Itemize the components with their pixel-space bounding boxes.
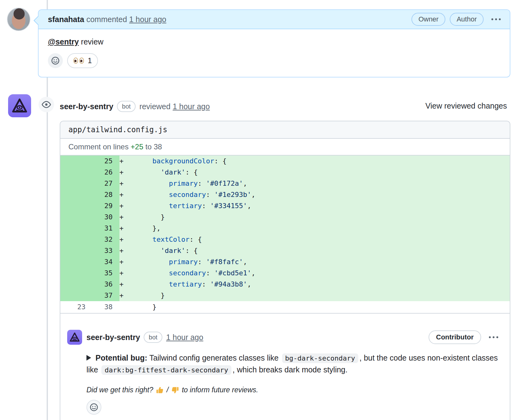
range-end: 38 xyxy=(154,142,162,151)
range-middle: to xyxy=(143,142,154,151)
add-reaction-button[interactable] xyxy=(86,400,101,415)
diff-line-number-new[interactable]: 27 xyxy=(90,178,119,189)
diff-code-line: + } xyxy=(119,290,510,301)
diff-line-number-old xyxy=(60,279,90,290)
comment-card-sfanahata: sfanahata commented 1 hour ago Owner Aut… xyxy=(38,9,510,77)
diff-code-line: + 'dark': { xyxy=(119,245,510,256)
diff-line-number-new[interactable]: 25 xyxy=(90,156,119,167)
bold-text: Potential bug: xyxy=(95,353,147,362)
body-text: Tailwind config generates classes like xyxy=(147,353,281,362)
diff-row: 31+ }, xyxy=(60,223,510,234)
diff-code-line: + tertiary: '#334155', xyxy=(119,200,510,212)
thumbs-up-icon xyxy=(156,386,164,394)
bot-comment-author[interactable]: seer-by-sentry xyxy=(86,333,140,342)
diff-line-number-old xyxy=(60,167,90,178)
diff-code-line: + primary: '#f8fafc', xyxy=(119,256,510,268)
mention-link[interactable]: @sentry xyxy=(48,37,79,46)
add-reaction-button[interactable] xyxy=(48,53,63,68)
eyes-emoji xyxy=(73,58,84,64)
bot-badge: bot xyxy=(144,332,162,343)
diff-code-line: } xyxy=(119,301,510,313)
footnote-part2: to inform future reviews. xyxy=(180,386,258,394)
diff-row: 28+ secondary: '#1e293b', xyxy=(60,189,510,200)
diff-line-number-new[interactable]: 34 xyxy=(90,256,119,268)
diff-row: 25+ backgroundColor: { xyxy=(60,156,510,167)
diff-row: 37+ } xyxy=(60,290,510,301)
diff-row: 26+ 'dark': { xyxy=(60,167,510,178)
kebab-menu-icon[interactable] xyxy=(490,17,502,21)
bot-inline-comment: seer-by-sentry bot 1 hour ago Contributo… xyxy=(60,314,510,420)
review-event-row: seer-by-sentry bot reviewed 1 hour ago xyxy=(60,100,210,113)
view-reviewed-changes-link[interactable]: View reviewed changes xyxy=(425,101,507,110)
range-start: +25 xyxy=(131,142,143,151)
avatar-seer-by-sentry[interactable] xyxy=(8,94,31,117)
bot-comment-reactions xyxy=(86,400,499,415)
reactions-row: 1 xyxy=(48,53,500,68)
reaction-eyes-button[interactable]: 1 xyxy=(67,53,98,68)
diff-code-line: + textColor: { xyxy=(119,234,510,245)
inline-code: bg-dark-secondary xyxy=(282,353,358,363)
diff-line-number-old xyxy=(60,223,90,234)
diff-table: 25+ backgroundColor: {26+ 'dark': {27+ p… xyxy=(60,156,510,314)
body-text: , which breaks dark mode styling. xyxy=(233,365,348,374)
diff-line-number-old xyxy=(60,189,90,200)
diff-row: 34+ primary: '#f8fafc', xyxy=(60,256,510,268)
diff-row: 30+ } xyxy=(60,212,510,223)
diff-line-number-old xyxy=(60,178,90,189)
file-review-card: app/tailwind.config.js Comment on lines … xyxy=(60,121,510,420)
bot-comment-footnote: Did we get this right? / to inform futur… xyxy=(86,386,499,394)
diff-line-number-old xyxy=(60,290,90,301)
kebab-menu-icon[interactable] xyxy=(488,335,499,339)
bot-comment-body: Potential bug: Tailwind config generates… xyxy=(86,352,499,376)
review-timestamp-link[interactable]: 1 hour ago xyxy=(173,102,210,111)
bot-comment-text: Potential bug: Tailwind config generates… xyxy=(86,353,498,374)
diff-row: 2338 } xyxy=(60,301,510,314)
eye-icon xyxy=(42,100,51,109)
diff-line-number-old xyxy=(60,256,90,268)
footnote-separator: / xyxy=(165,386,170,394)
diff-line-number-new[interactable]: 30 xyxy=(90,212,119,223)
comment-text: @sentry review xyxy=(48,37,500,46)
diff-line-number-new[interactable]: 29 xyxy=(90,200,119,212)
comment-author[interactable]: sfanahata xyxy=(48,15,84,24)
bot-badge: bot xyxy=(117,101,136,112)
diff-line-number-new[interactable]: 33 xyxy=(90,245,119,256)
diff-line-number-new[interactable]: 32 xyxy=(90,234,119,245)
review-action: reviewed xyxy=(139,102,173,111)
disclosure-triangle-icon[interactable] xyxy=(86,355,91,361)
file-header: app/tailwind.config.js xyxy=(60,121,510,139)
pull-request-timeline: sfanahata commented 1 hour ago Owner Aut… xyxy=(0,0,520,420)
diff-code-line: + secondary: '#1e293b', xyxy=(119,189,510,200)
diff-line-number-new[interactable]: 35 xyxy=(90,268,119,279)
diff-row: 35+ secondary: '#cbd5e1', xyxy=(60,268,510,279)
diff-line-number-old xyxy=(60,200,90,212)
review-event-badge xyxy=(39,97,54,112)
diff-line-number-old xyxy=(60,156,90,167)
diff-line-number-old[interactable]: 23 xyxy=(60,301,90,313)
badge-author: Author xyxy=(450,13,484,26)
file-path-link[interactable]: app/tailwind.config.js xyxy=(68,125,167,134)
avatar-seer-by-sentry-small[interactable] xyxy=(67,330,82,345)
diff-code-line: + secondary: '#cbd5e1', xyxy=(119,268,510,279)
avatar-sfanahata[interactable] xyxy=(7,7,30,31)
diff-line-number-new[interactable]: 28 xyxy=(90,189,119,200)
review-author[interactable]: seer-by-sentry xyxy=(60,102,113,111)
reaction-count: 1 xyxy=(88,56,92,65)
bot-comment-timestamp-link[interactable]: 1 hour ago xyxy=(166,333,203,342)
diff-line-number-old xyxy=(60,245,90,256)
diff-line-number-new[interactable]: 37 xyxy=(90,290,119,301)
comment-range-row: Comment on lines +25 to 38 xyxy=(60,139,510,156)
diff-line-number-new[interactable]: 26 xyxy=(90,167,119,178)
diff-line-number-new[interactable]: 36 xyxy=(90,279,119,290)
diff-code-line: + tertiary: '#94a3b8', xyxy=(119,279,510,290)
diff-line-number-new[interactable]: 38 xyxy=(90,301,119,313)
comment-timestamp-link[interactable]: 1 hour ago xyxy=(129,15,166,24)
diff-code-line: + primary: '#0f172a', xyxy=(119,178,510,189)
inline-code: dark:bg-fitfest-dark-secondary xyxy=(101,365,231,375)
diff-line-number-new[interactable]: 31 xyxy=(90,223,119,234)
bot-comment-header: seer-by-sentry bot 1 hour ago Contributo… xyxy=(67,330,499,345)
diff-row: 32+ textColor: { xyxy=(60,234,510,245)
comment-action: commented xyxy=(84,15,129,24)
comment-body: @sentry review 1 xyxy=(39,29,510,77)
comment-header: sfanahata commented 1 hour ago Owner Aut… xyxy=(39,10,510,29)
